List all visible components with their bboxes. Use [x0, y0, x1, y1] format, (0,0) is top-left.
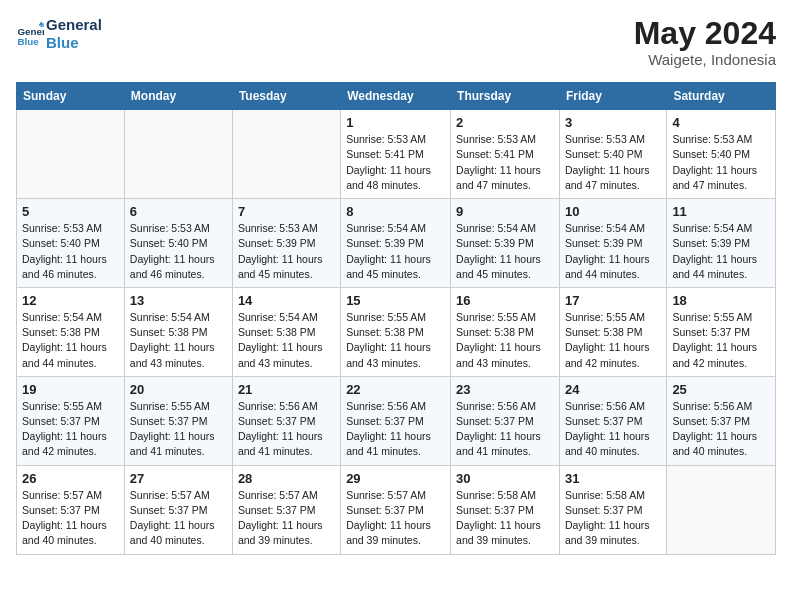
day-number: 20	[130, 382, 227, 397]
day-info: Sunrise: 5:54 AM Sunset: 5:38 PM Dayligh…	[130, 310, 227, 371]
calendar-cell: 8Sunrise: 5:54 AM Sunset: 5:39 PM Daylig…	[341, 199, 451, 288]
day-info: Sunrise: 5:53 AM Sunset: 5:40 PM Dayligh…	[565, 132, 661, 193]
calendar-cell: 4Sunrise: 5:53 AM Sunset: 5:40 PM Daylig…	[667, 110, 776, 199]
calendar-cell: 14Sunrise: 5:54 AM Sunset: 5:38 PM Dayli…	[232, 287, 340, 376]
day-number: 18	[672, 293, 770, 308]
day-info: Sunrise: 5:53 AM Sunset: 5:39 PM Dayligh…	[238, 221, 335, 282]
logo-text-general: General	[46, 16, 102, 34]
weekday-header-monday: Monday	[124, 83, 232, 110]
calendar-cell: 29Sunrise: 5:57 AM Sunset: 5:37 PM Dayli…	[341, 465, 451, 554]
day-number: 26	[22, 471, 119, 486]
day-info: Sunrise: 5:56 AM Sunset: 5:37 PM Dayligh…	[346, 399, 445, 460]
day-number: 27	[130, 471, 227, 486]
day-number: 14	[238, 293, 335, 308]
day-info: Sunrise: 5:57 AM Sunset: 5:37 PM Dayligh…	[238, 488, 335, 549]
svg-text:Blue: Blue	[17, 36, 39, 47]
day-number: 17	[565, 293, 661, 308]
calendar-cell: 16Sunrise: 5:55 AM Sunset: 5:38 PM Dayli…	[451, 287, 560, 376]
weekday-header-wednesday: Wednesday	[341, 83, 451, 110]
day-number: 12	[22, 293, 119, 308]
day-number: 21	[238, 382, 335, 397]
calendar-cell: 25Sunrise: 5:56 AM Sunset: 5:37 PM Dayli…	[667, 376, 776, 465]
calendar-cell: 5Sunrise: 5:53 AM Sunset: 5:40 PM Daylig…	[17, 199, 125, 288]
calendar-week-5: 26Sunrise: 5:57 AM Sunset: 5:37 PM Dayli…	[17, 465, 776, 554]
day-info: Sunrise: 5:55 AM Sunset: 5:37 PM Dayligh…	[130, 399, 227, 460]
calendar-cell	[124, 110, 232, 199]
day-number: 28	[238, 471, 335, 486]
calendar-cell: 30Sunrise: 5:58 AM Sunset: 5:37 PM Dayli…	[451, 465, 560, 554]
day-number: 4	[672, 115, 770, 130]
day-number: 15	[346, 293, 445, 308]
day-info: Sunrise: 5:55 AM Sunset: 5:37 PM Dayligh…	[672, 310, 770, 371]
day-info: Sunrise: 5:54 AM Sunset: 5:39 PM Dayligh…	[565, 221, 661, 282]
day-number: 31	[565, 471, 661, 486]
day-info: Sunrise: 5:56 AM Sunset: 5:37 PM Dayligh…	[238, 399, 335, 460]
calendar-cell: 9Sunrise: 5:54 AM Sunset: 5:39 PM Daylig…	[451, 199, 560, 288]
day-info: Sunrise: 5:56 AM Sunset: 5:37 PM Dayligh…	[565, 399, 661, 460]
day-info: Sunrise: 5:54 AM Sunset: 5:39 PM Dayligh…	[672, 221, 770, 282]
weekday-header-sunday: Sunday	[17, 83, 125, 110]
day-number: 24	[565, 382, 661, 397]
day-info: Sunrise: 5:54 AM Sunset: 5:38 PM Dayligh…	[238, 310, 335, 371]
day-info: Sunrise: 5:56 AM Sunset: 5:37 PM Dayligh…	[672, 399, 770, 460]
location-subtitle: Waigete, Indonesia	[634, 51, 776, 68]
day-info: Sunrise: 5:55 AM Sunset: 5:38 PM Dayligh…	[346, 310, 445, 371]
day-number: 13	[130, 293, 227, 308]
day-number: 22	[346, 382, 445, 397]
day-number: 29	[346, 471, 445, 486]
calendar-table: SundayMondayTuesdayWednesdayThursdayFrid…	[16, 82, 776, 554]
calendar-cell: 23Sunrise: 5:56 AM Sunset: 5:37 PM Dayli…	[451, 376, 560, 465]
calendar-week-1: 1Sunrise: 5:53 AM Sunset: 5:41 PM Daylig…	[17, 110, 776, 199]
day-info: Sunrise: 5:54 AM Sunset: 5:39 PM Dayligh…	[346, 221, 445, 282]
calendar-cell: 31Sunrise: 5:58 AM Sunset: 5:37 PM Dayli…	[559, 465, 666, 554]
calendar-week-2: 5Sunrise: 5:53 AM Sunset: 5:40 PM Daylig…	[17, 199, 776, 288]
day-info: Sunrise: 5:57 AM Sunset: 5:37 PM Dayligh…	[22, 488, 119, 549]
calendar-week-4: 19Sunrise: 5:55 AM Sunset: 5:37 PM Dayli…	[17, 376, 776, 465]
calendar-cell: 22Sunrise: 5:56 AM Sunset: 5:37 PM Dayli…	[341, 376, 451, 465]
calendar-cell: 18Sunrise: 5:55 AM Sunset: 5:37 PM Dayli…	[667, 287, 776, 376]
day-number: 9	[456, 204, 554, 219]
calendar-cell	[667, 465, 776, 554]
day-info: Sunrise: 5:57 AM Sunset: 5:37 PM Dayligh…	[130, 488, 227, 549]
day-info: Sunrise: 5:56 AM Sunset: 5:37 PM Dayligh…	[456, 399, 554, 460]
day-number: 6	[130, 204, 227, 219]
day-number: 16	[456, 293, 554, 308]
calendar-cell: 24Sunrise: 5:56 AM Sunset: 5:37 PM Dayli…	[559, 376, 666, 465]
logo: General Blue General Blue	[16, 16, 102, 52]
calendar-cell: 11Sunrise: 5:54 AM Sunset: 5:39 PM Dayli…	[667, 199, 776, 288]
day-number: 2	[456, 115, 554, 130]
logo-text-blue: Blue	[46, 34, 102, 52]
day-number: 8	[346, 204, 445, 219]
day-info: Sunrise: 5:58 AM Sunset: 5:37 PM Dayligh…	[565, 488, 661, 549]
day-number: 19	[22, 382, 119, 397]
weekday-header-row: SundayMondayTuesdayWednesdayThursdayFrid…	[17, 83, 776, 110]
title-block: May 2024 Waigete, Indonesia	[634, 16, 776, 68]
day-number: 5	[22, 204, 119, 219]
day-number: 25	[672, 382, 770, 397]
calendar-cell: 13Sunrise: 5:54 AM Sunset: 5:38 PM Dayli…	[124, 287, 232, 376]
calendar-cell: 10Sunrise: 5:54 AM Sunset: 5:39 PM Dayli…	[559, 199, 666, 288]
calendar-week-3: 12Sunrise: 5:54 AM Sunset: 5:38 PM Dayli…	[17, 287, 776, 376]
page-header: General Blue General Blue May 2024 Waige…	[16, 16, 776, 68]
day-number: 3	[565, 115, 661, 130]
day-info: Sunrise: 5:53 AM Sunset: 5:41 PM Dayligh…	[456, 132, 554, 193]
day-info: Sunrise: 5:55 AM Sunset: 5:38 PM Dayligh…	[456, 310, 554, 371]
calendar-cell: 19Sunrise: 5:55 AM Sunset: 5:37 PM Dayli…	[17, 376, 125, 465]
calendar-cell: 7Sunrise: 5:53 AM Sunset: 5:39 PM Daylig…	[232, 199, 340, 288]
logo-icon: General Blue	[16, 20, 44, 48]
calendar-cell: 28Sunrise: 5:57 AM Sunset: 5:37 PM Dayli…	[232, 465, 340, 554]
calendar-cell: 20Sunrise: 5:55 AM Sunset: 5:37 PM Dayli…	[124, 376, 232, 465]
day-info: Sunrise: 5:55 AM Sunset: 5:37 PM Dayligh…	[22, 399, 119, 460]
day-number: 10	[565, 204, 661, 219]
day-info: Sunrise: 5:58 AM Sunset: 5:37 PM Dayligh…	[456, 488, 554, 549]
calendar-cell: 21Sunrise: 5:56 AM Sunset: 5:37 PM Dayli…	[232, 376, 340, 465]
day-number: 30	[456, 471, 554, 486]
day-number: 23	[456, 382, 554, 397]
weekday-header-friday: Friday	[559, 83, 666, 110]
calendar-cell: 26Sunrise: 5:57 AM Sunset: 5:37 PM Dayli…	[17, 465, 125, 554]
calendar-cell: 15Sunrise: 5:55 AM Sunset: 5:38 PM Dayli…	[341, 287, 451, 376]
weekday-header-saturday: Saturday	[667, 83, 776, 110]
day-info: Sunrise: 5:54 AM Sunset: 5:38 PM Dayligh…	[22, 310, 119, 371]
day-info: Sunrise: 5:53 AM Sunset: 5:40 PM Dayligh…	[22, 221, 119, 282]
day-number: 7	[238, 204, 335, 219]
